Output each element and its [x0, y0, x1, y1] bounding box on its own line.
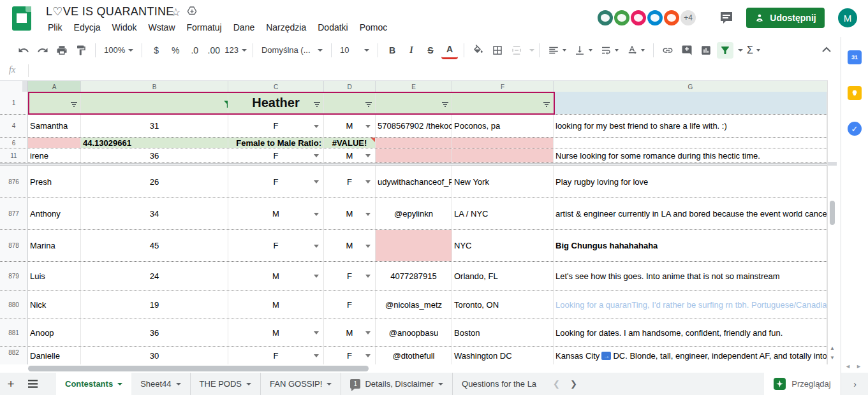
- cell-bio[interactable]: Big Chungus hahahahaha: [554, 230, 827, 261]
- cell-location[interactable]: New York: [452, 166, 554, 198]
- chevron-down-icon[interactable]: [365, 245, 371, 248]
- row-header-879[interactable]: 879: [0, 262, 28, 290]
- cell-contact[interactable]: @anoopbasu: [376, 319, 452, 346]
- collaborator-avatar-leopard[interactable]: [613, 9, 631, 27]
- more-formats-button[interactable]: 123: [223, 45, 248, 55]
- paint-format-button[interactable]: [73, 42, 89, 59]
- cell-age[interactable]: 36: [81, 148, 228, 162]
- cell-d1[interactable]: [324, 92, 376, 114]
- cell-pref[interactable]: M: [324, 148, 376, 162]
- chevron-down-icon[interactable]: [314, 154, 319, 157]
- scroll-right-arrow[interactable]: ►: [856, 363, 862, 370]
- cell-bio[interactable]: looking for my best friend to share a li…: [554, 115, 827, 137]
- tasks-icon[interactable]: ✓: [848, 122, 862, 136]
- menu-dodatki[interactable]: Dodatki: [312, 21, 353, 34]
- menu-formatuj[interactable]: Formatuj: [181, 21, 228, 34]
- cell-name[interactable]: Samantha: [28, 115, 81, 137]
- row-header-4[interactable]: 4: [0, 115, 28, 137]
- cell-contact[interactable]: 4077287915: [376, 262, 452, 290]
- redo-button[interactable]: [34, 42, 51, 59]
- cell-contact[interactable]: 5708567902 /thekoc: [376, 115, 452, 137]
- filter-button-d[interactable]: [365, 100, 372, 110]
- tab-the-pods[interactable]: THE PODS: [191, 373, 261, 395]
- calendar-icon[interactable]: 31: [848, 50, 862, 64]
- cell-gender[interactable]: M: [228, 262, 324, 290]
- cell-bio[interactable]: Nurse looking for some romance during th…: [554, 148, 827, 162]
- menu-wstaw[interactable]: Wstaw: [143, 21, 181, 34]
- cell-location[interactable]: NYC: [452, 230, 554, 261]
- increase-decimal-button[interactable]: .00: [205, 42, 222, 59]
- functions-button[interactable]: Σ: [743, 45, 764, 56]
- cell-name[interactable]: Anoop: [28, 319, 81, 346]
- cell-gender[interactable]: F: [228, 115, 324, 137]
- tab-fan-gossip[interactable]: FAN GOSSIP!: [261, 373, 341, 395]
- select-all-corner[interactable]: [0, 81, 28, 92]
- insert-chart-button[interactable]: [698, 42, 714, 59]
- cell-location[interactable]: Poconos, pa: [452, 115, 554, 137]
- scroll-down-arrow[interactable]: ▼: [828, 353, 837, 362]
- row-header-11[interactable]: 11: [0, 148, 28, 162]
- chevron-down-icon[interactable]: [365, 213, 371, 216]
- cell-bio[interactable]: Looking for dates. I am handsome, confid…: [554, 319, 827, 346]
- chevron-down-icon[interactable]: [314, 213, 319, 216]
- prev-tabs-arrow[interactable]: ❮: [553, 379, 560, 389]
- cell-gender[interactable]: M: [228, 198, 324, 229]
- keep-icon[interactable]: [848, 86, 862, 100]
- more-collaborators-badge[interactable]: +4: [679, 9, 697, 27]
- insert-comment-button[interactable]: [679, 42, 695, 59]
- cell-contact[interactable]: @epylinkn: [376, 198, 452, 229]
- format-percent-button[interactable]: %: [167, 42, 184, 59]
- chevron-down-icon[interactable]: [365, 354, 371, 357]
- zoom-select[interactable]: 100%: [100, 45, 137, 55]
- row-header-878[interactable]: 878: [0, 230, 28, 261]
- text-wrap-button[interactable]: [596, 45, 622, 56]
- star-icon[interactable]: ☆: [171, 6, 180, 19]
- cell-bio[interactable]: Play rugby loving for love: [554, 166, 827, 198]
- cell-gender[interactable]: F: [228, 148, 324, 162]
- explore-button[interactable]: Przeglądaj: [764, 373, 841, 395]
- column-header-d[interactable]: D: [324, 81, 376, 92]
- cell-name[interactable]: irene: [28, 148, 81, 162]
- cell-bio[interactable]: Let's see how this goes. Into anime that…: [554, 262, 827, 290]
- collapse-side-panel-icon[interactable]: ›: [853, 379, 857, 389]
- decrease-decimal-button[interactable]: .0: [186, 42, 203, 59]
- cell-pref[interactable]: F: [324, 291, 376, 319]
- text-color-button[interactable]: A: [441, 41, 458, 59]
- cell-age[interactable]: 24: [81, 262, 228, 290]
- tab-sheet44[interactable]: Sheet44: [131, 373, 190, 395]
- cell-location[interactable]: Orlando, FL: [452, 262, 554, 290]
- filter-button-e[interactable]: [441, 100, 449, 110]
- row-header-1[interactable]: 1: [0, 92, 28, 114]
- cell-bio[interactable]: Kansas City→DC. Blonde, tall, engineer, …: [554, 347, 827, 364]
- cell-g1[interactable]: [554, 92, 827, 114]
- tab-details-disclaimer[interactable]: 1 Details, Disclaimer: [341, 373, 453, 395]
- filter-button-c[interactable]: [313, 100, 321, 110]
- font-size-select[interactable]: 10: [336, 45, 373, 55]
- cell-age[interactable]: 30: [81, 347, 228, 364]
- cell-pref[interactable]: M: [324, 230, 376, 261]
- column-header-g[interactable]: G: [554, 81, 827, 92]
- chevron-down-icon[interactable]: [365, 180, 371, 183]
- cell-age[interactable]: 31: [81, 115, 228, 137]
- row-header-880[interactable]: 880: [0, 291, 28, 319]
- insert-link-button[interactable]: [659, 42, 676, 59]
- cell-bio[interactable]: artist & engineer currently in LA and bo…: [554, 198, 827, 229]
- cell-gender[interactable]: F: [228, 230, 324, 261]
- format-currency-button[interactable]: $: [148, 42, 165, 59]
- cell-ratio-label[interactable]: Female to Male Ratio:: [228, 138, 324, 148]
- cell-location[interactable]: Toronto, ON: [452, 291, 554, 319]
- cell-location[interactable]: [452, 148, 554, 162]
- chevron-down-icon[interactable]: [365, 275, 371, 278]
- document-title[interactable]: L♡VE IS QUARANTINE: [46, 4, 174, 18]
- tab-questions[interactable]: Questions for the La: [453, 373, 545, 395]
- cell-age[interactable]: 45: [81, 230, 228, 261]
- cell-contact[interactable]: @nicolas_metz: [376, 291, 452, 319]
- column-header-a[interactable]: A: [28, 81, 81, 92]
- vertical-align-button[interactable]: [570, 45, 596, 56]
- cell-e6[interactable]: [376, 138, 452, 148]
- scroll-up-arrow[interactable]: ▲: [828, 343, 837, 352]
- chevron-down-icon[interactable]: [365, 154, 371, 157]
- horizontal-scrollbar[interactable]: [0, 364, 841, 373]
- vertical-scrollbar-thumb[interactable]: [830, 201, 835, 225]
- fill-color-button[interactable]: [470, 42, 487, 59]
